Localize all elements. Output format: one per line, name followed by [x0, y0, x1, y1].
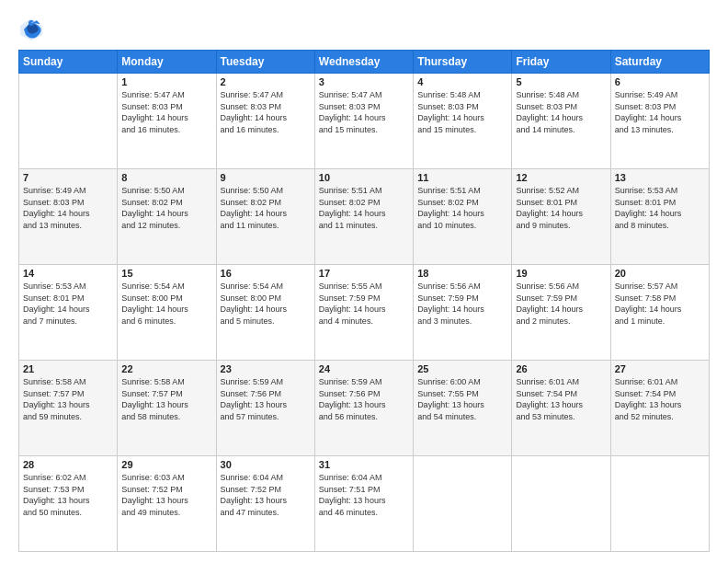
day-number: 23	[221, 363, 311, 374]
calendar-cell: 5Sunrise: 5:48 AM Sunset: 8:03 PM Daylig…	[512, 74, 610, 169]
day-info: Sunrise: 5:48 AM Sunset: 8:03 PM Dayligh…	[417, 89, 507, 135]
calendar-table: SundayMondayTuesdayWednesdayThursdayFrid…	[18, 50, 710, 552]
day-info: Sunrise: 5:56 AM Sunset: 7:59 PM Dayligh…	[516, 281, 606, 327]
calendar-cell: 21Sunrise: 5:58 AM Sunset: 7:57 PM Dayli…	[19, 361, 118, 456]
day-number: 17	[319, 268, 409, 279]
day-info: Sunrise: 5:50 AM Sunset: 8:02 PM Dayligh…	[121, 185, 211, 231]
calendar-cell: 1Sunrise: 5:47 AM Sunset: 8:03 PM Daylig…	[118, 74, 216, 169]
day-number: 26	[516, 363, 606, 374]
header-cell-thursday: Thursday	[414, 51, 512, 74]
page: SundayMondayTuesdayWednesdayThursdayFrid…	[0, 0, 728, 563]
calendar-cell: 24Sunrise: 5:59 AM Sunset: 7:56 PM Dayli…	[314, 361, 413, 456]
calendar-cell: 12Sunrise: 5:52 AM Sunset: 8:01 PM Dayli…	[512, 169, 610, 265]
calendar-cell	[19, 74, 118, 169]
day-info: Sunrise: 6:03 AM Sunset: 7:52 PM Dayligh…	[121, 472, 211, 518]
header-cell-sunday: Sunday	[19, 51, 118, 74]
header-cell-tuesday: Tuesday	[216, 51, 314, 74]
day-info: Sunrise: 6:00 AM Sunset: 7:55 PM Dayligh…	[417, 376, 507, 422]
calendar-cell	[610, 456, 709, 552]
calendar-cell: 16Sunrise: 5:54 AM Sunset: 8:00 PM Dayli…	[216, 265, 314, 361]
calendar-cell: 29Sunrise: 6:03 AM Sunset: 7:52 PM Dayli…	[118, 456, 216, 552]
day-info: Sunrise: 5:51 AM Sunset: 8:02 PM Dayligh…	[417, 185, 507, 231]
day-info: Sunrise: 5:57 AM Sunset: 7:58 PM Dayligh…	[615, 281, 705, 327]
day-number: 13	[615, 172, 705, 183]
calendar-cell: 23Sunrise: 5:59 AM Sunset: 7:56 PM Dayli…	[216, 361, 314, 456]
header-cell-friday: Friday	[512, 51, 610, 74]
calendar-cell: 19Sunrise: 5:56 AM Sunset: 7:59 PM Dayli…	[512, 265, 610, 361]
day-info: Sunrise: 5:58 AM Sunset: 7:57 PM Dayligh…	[23, 376, 113, 422]
day-number: 29	[121, 459, 211, 470]
day-info: Sunrise: 5:53 AM Sunset: 8:01 PM Dayligh…	[615, 185, 705, 231]
calendar-cell: 8Sunrise: 5:50 AM Sunset: 8:02 PM Daylig…	[118, 169, 216, 265]
day-number: 25	[417, 363, 507, 374]
header-cell-saturday: Saturday	[610, 51, 709, 74]
day-number: 27	[615, 363, 705, 374]
calendar-cell: 4Sunrise: 5:48 AM Sunset: 8:03 PM Daylig…	[414, 74, 512, 169]
day-info: Sunrise: 5:59 AM Sunset: 7:56 PM Dayligh…	[319, 376, 409, 422]
calendar-cell: 22Sunrise: 5:58 AM Sunset: 7:57 PM Dayli…	[118, 361, 216, 456]
day-number: 20	[615, 268, 705, 279]
day-number: 3	[319, 76, 409, 87]
header-row: SundayMondayTuesdayWednesdayThursdayFrid…	[19, 51, 710, 74]
day-number: 12	[516, 172, 606, 183]
calendar-week-1: 1Sunrise: 5:47 AM Sunset: 8:03 PM Daylig…	[19, 74, 710, 169]
day-number: 9	[221, 172, 311, 183]
calendar-week-3: 14Sunrise: 5:53 AM Sunset: 8:01 PM Dayli…	[19, 265, 710, 361]
day-info: Sunrise: 6:01 AM Sunset: 7:54 PM Dayligh…	[516, 376, 606, 422]
day-number: 7	[23, 172, 113, 183]
day-info: Sunrise: 6:04 AM Sunset: 7:52 PM Dayligh…	[221, 472, 311, 518]
day-info: Sunrise: 5:47 AM Sunset: 8:03 PM Dayligh…	[121, 89, 211, 135]
day-info: Sunrise: 5:52 AM Sunset: 8:01 PM Dayligh…	[516, 185, 606, 231]
calendar-cell	[512, 456, 610, 552]
day-info: Sunrise: 5:58 AM Sunset: 7:57 PM Dayligh…	[121, 376, 211, 422]
day-info: Sunrise: 5:56 AM Sunset: 7:59 PM Dayligh…	[417, 281, 507, 327]
day-number: 15	[121, 268, 211, 279]
calendar-cell: 15Sunrise: 5:54 AM Sunset: 8:00 PM Dayli…	[118, 265, 216, 361]
calendar-week-4: 21Sunrise: 5:58 AM Sunset: 7:57 PM Dayli…	[19, 361, 710, 456]
day-number: 1	[121, 76, 211, 87]
day-number: 11	[417, 172, 507, 183]
day-number: 5	[516, 76, 606, 87]
day-info: Sunrise: 5:54 AM Sunset: 8:00 PM Dayligh…	[121, 281, 211, 327]
calendar-cell: 18Sunrise: 5:56 AM Sunset: 7:59 PM Dayli…	[414, 265, 512, 361]
calendar-cell: 20Sunrise: 5:57 AM Sunset: 7:58 PM Dayli…	[610, 265, 709, 361]
logo-icon	[18, 17, 44, 42]
header	[18, 17, 710, 42]
calendar-header: SundayMondayTuesdayWednesdayThursdayFrid…	[19, 51, 710, 74]
calendar-cell: 6Sunrise: 5:49 AM Sunset: 8:03 PM Daylig…	[610, 74, 709, 169]
calendar-week-2: 7Sunrise: 5:49 AM Sunset: 8:03 PM Daylig…	[19, 169, 710, 265]
calendar-cell: 3Sunrise: 5:47 AM Sunset: 8:03 PM Daylig…	[314, 74, 413, 169]
day-info: Sunrise: 5:59 AM Sunset: 7:56 PM Dayligh…	[221, 376, 311, 422]
calendar-cell: 25Sunrise: 6:00 AM Sunset: 7:55 PM Dayli…	[414, 361, 512, 456]
calendar-cell: 9Sunrise: 5:50 AM Sunset: 8:02 PM Daylig…	[216, 169, 314, 265]
day-number: 22	[121, 363, 211, 374]
calendar-body: 1Sunrise: 5:47 AM Sunset: 8:03 PM Daylig…	[19, 74, 710, 552]
calendar-cell: 10Sunrise: 5:51 AM Sunset: 8:02 PM Dayli…	[314, 169, 413, 265]
logo	[18, 17, 48, 42]
day-info: Sunrise: 6:01 AM Sunset: 7:54 PM Dayligh…	[615, 376, 705, 422]
day-number: 28	[23, 459, 113, 470]
day-number: 31	[319, 459, 409, 470]
day-number: 10	[319, 172, 409, 183]
day-number: 8	[121, 172, 211, 183]
day-info: Sunrise: 5:50 AM Sunset: 8:02 PM Dayligh…	[221, 185, 311, 231]
day-number: 24	[319, 363, 409, 374]
day-number: 21	[23, 363, 113, 374]
calendar-cell: 7Sunrise: 5:49 AM Sunset: 8:03 PM Daylig…	[19, 169, 118, 265]
calendar-cell: 2Sunrise: 5:47 AM Sunset: 8:03 PM Daylig…	[216, 74, 314, 169]
calendar-cell: 14Sunrise: 5:53 AM Sunset: 8:01 PM Dayli…	[19, 265, 118, 361]
day-info: Sunrise: 5:48 AM Sunset: 8:03 PM Dayligh…	[516, 89, 606, 135]
header-cell-monday: Monday	[118, 51, 216, 74]
day-number: 14	[23, 268, 113, 279]
day-info: Sunrise: 5:55 AM Sunset: 7:59 PM Dayligh…	[319, 281, 409, 327]
day-info: Sunrise: 5:49 AM Sunset: 8:03 PM Dayligh…	[23, 185, 113, 231]
calendar-cell: 13Sunrise: 5:53 AM Sunset: 8:01 PM Dayli…	[610, 169, 709, 265]
calendar-cell: 26Sunrise: 6:01 AM Sunset: 7:54 PM Dayli…	[512, 361, 610, 456]
day-info: Sunrise: 5:54 AM Sunset: 8:00 PM Dayligh…	[221, 281, 311, 327]
calendar-cell: 30Sunrise: 6:04 AM Sunset: 7:52 PM Dayli…	[216, 456, 314, 552]
calendar-cell: 31Sunrise: 6:04 AM Sunset: 7:51 PM Dayli…	[314, 456, 413, 552]
day-info: Sunrise: 6:04 AM Sunset: 7:51 PM Dayligh…	[319, 472, 409, 518]
calendar-cell: 28Sunrise: 6:02 AM Sunset: 7:53 PM Dayli…	[19, 456, 118, 552]
day-info: Sunrise: 5:49 AM Sunset: 8:03 PM Dayligh…	[615, 89, 705, 135]
day-info: Sunrise: 5:47 AM Sunset: 8:03 PM Dayligh…	[319, 89, 409, 135]
